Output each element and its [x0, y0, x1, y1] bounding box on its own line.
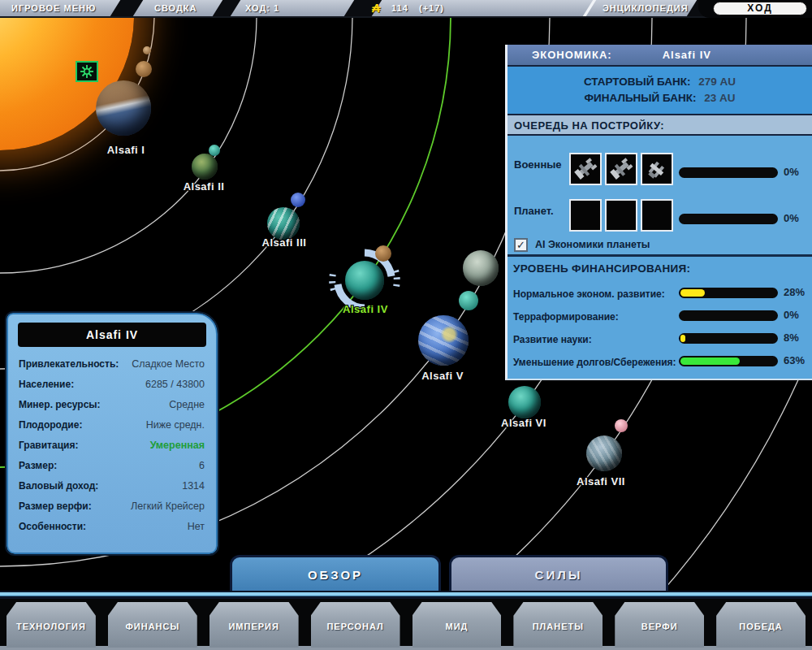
funding-economy-slider[interactable] — [679, 288, 778, 298]
economy-header: ЭКОНОМИКА: Alsafi IV — [508, 45, 812, 67]
bank-section: СТАРТОВЫЙ БАНК: 279 AU ФИНАЛЬНЫЙ БАНК: 2… — [508, 67, 812, 115]
ai-economy-checkbox[interactable]: ✓ — [514, 238, 528, 252]
planet-alsafi-v-companion[interactable] — [463, 250, 499, 286]
technology-button[interactable]: ТЕХНОЛОГИЯ — [6, 602, 96, 648]
shipyards-button[interactable]: ВЕРФИ — [615, 602, 704, 648]
moon-alsafi-vii-a[interactable] — [615, 419, 628, 432]
bottom-button-bar: ТЕХНОЛОГИЯ ФИНАНСЫ ИМПЕРИЯ ПЕРСОНАЛ МИД … — [0, 599, 812, 650]
funding-economy-percent: 28% — [784, 286, 805, 298]
final-bank-row: ФИНАЛЬНЫЙ БАНК: 23 AU — [508, 90, 812, 106]
planet-alsafi-v[interactable] — [418, 315, 469, 366]
ship-icon — [644, 156, 670, 182]
build-queue-section: Военные 0% Планет. — [508, 136, 812, 254]
info-row-minerals: Минер. ресурсы: Средне — [8, 394, 216, 414]
funds-delta: (+17) — [419, 0, 444, 16]
finance-button[interactable]: ФИНАНСЫ — [108, 602, 197, 648]
planetary-queue-progress[interactable] — [679, 214, 778, 224]
tab-forces[interactable]: СИЛЫ — [449, 555, 668, 592]
economy-title: ЭКОНОМИКА: — [532, 49, 612, 61]
planet-label-alsafi-vi: Alsafi VI — [501, 417, 546, 429]
ai-economy-label: AI Экономики планеты — [535, 239, 650, 250]
victory-button[interactable]: ПОБЕДА — [716, 602, 806, 648]
bottom-button-row: ТЕХНОЛОГИЯ ФИНАНСЫ ИМПЕРИЯ ПЕРСОНАЛ МИД … — [2, 602, 810, 648]
moon-alsafi-v-a[interactable] — [459, 291, 478, 310]
funding-science-label: Развитие науки: — [513, 334, 592, 345]
end-turn-button[interactable]: ХОД — [713, 2, 807, 15]
ship-icon — [608, 156, 634, 182]
planet-alsafi-vii[interactable] — [586, 436, 622, 471]
funding-science-percent: 8% — [784, 332, 799, 344]
military-queue-progress[interactable] — [679, 167, 778, 178]
economy-panel: ЭКОНОМИКА: Alsafi IV СТАРТОВЫЙ БАНК: 279… — [505, 45, 812, 380]
planetary-queue-label: Планет. — [514, 205, 554, 217]
planetary-queue-slot-2[interactable] — [605, 199, 637, 232]
funding-terraform-slider[interactable] — [679, 310, 778, 321]
planetary-queue-percent: 0% — [784, 212, 799, 224]
military-queue-slot-3[interactable] — [641, 153, 673, 185]
planet-label-alsafi-ii: Alsafi II — [184, 180, 225, 193]
funding-debt-label: Уменьшение долгов/Сбережения: — [513, 357, 676, 368]
info-row-gross-income: Валовый доход: 1314 — [8, 475, 216, 496]
info-row-size: Размер: 6 — [8, 455, 216, 475]
planet-label-alsafi-iv: Alsafi IV — [343, 303, 388, 315]
separator — [213, 0, 240, 16]
funding-debt-percent: 63% — [784, 354, 805, 366]
planetary-queue-slot-1[interactable] — [569, 199, 602, 232]
encyclopedia-button[interactable]: ЭНЦИКЛОПЕДИЯ — [603, 0, 689, 16]
planet-alsafi-ii[interactable] — [192, 154, 218, 180]
ship-icon — [572, 156, 598, 182]
planet-label-alsafi-vii: Alsafi VII — [577, 475, 625, 488]
moon-alsafi-iv-a[interactable] — [375, 245, 391, 262]
planet-alsafi-i[interactable] — [96, 80, 151, 136]
empire-button[interactable]: ИМПЕРИЯ — [209, 602, 299, 648]
funding-debt-slider[interactable] — [679, 356, 778, 366]
top-menu-bar: ИГРОВОЕ МЕНЮ СВОДКА ХОД: 1 ₳ 114 (+17) Э… — [0, 0, 812, 18]
planets-button[interactable]: ПЛАНЕТЫ — [513, 602, 603, 648]
funding-science-slider[interactable] — [679, 333, 778, 344]
planet-info-title: Alsafi IV — [18, 323, 206, 347]
info-row-shipyard-size: Размер верфи: Легкий Крейсер — [8, 496, 216, 516]
funding-header: УРОВЕНЬ ФИНАНСИРОВАНИЯ: — [513, 262, 690, 275]
moon-alsafi-iii-a[interactable] — [291, 193, 305, 207]
military-queue-percent: 0% — [784, 166, 799, 178]
planetary-queue-slot-3[interactable] — [641, 199, 673, 232]
planet-alsafi-iii[interactable] — [267, 207, 300, 240]
game-screen: Alsafi I Alsafi II Alsafi III Alsafi IV … — [0, 0, 812, 650]
funding-economy-label: Нормальное эконом. развитие: — [513, 288, 665, 300]
separator — [110, 0, 143, 16]
funds-value: 114 — [391, 0, 408, 16]
start-bank-row: СТАРТОВЫЙ БАНК: 279 AU — [508, 74, 812, 90]
foreign-office-button[interactable]: МИД — [412, 602, 502, 648]
fleet-marker-icon[interactable] — [76, 61, 98, 82]
summary-button[interactable]: СВОДКА — [154, 0, 197, 16]
moon-alsafi-ii-a[interactable] — [209, 145, 220, 156]
economy-planet-name: Alsafi IV — [663, 49, 711, 61]
funding-terraform-label: Терраформирование: — [513, 311, 619, 323]
tab-strip-divider — [0, 591, 812, 599]
end-turn-area: ХОД — [698, 0, 812, 18]
planet-label-alsafi-iii: Alsafi III — [262, 236, 307, 249]
info-row-population: Население: 6285 / 43800 — [8, 374, 216, 394]
tab-overview[interactable]: ОБЗОР — [230, 555, 441, 592]
planet-label-alsafi-v: Alsafi V — [421, 370, 464, 382]
moon-alsafi-i-a[interactable] — [136, 61, 152, 77]
info-row-gravity: Гравитация: Умеренная — [8, 435, 216, 455]
planet-label-alsafi-i: Alsafi I — [107, 144, 145, 156]
moon-alsafi-i-b[interactable] — [143, 46, 151, 54]
planet-alsafi-iv[interactable] — [345, 261, 384, 300]
planet-alsafi-vi[interactable] — [508, 386, 541, 418]
info-row-fertility: Плодородие: Ниже средн. — [8, 414, 216, 435]
info-row-attractiveness: Привлекательность: Сладкое Место — [8, 353, 216, 374]
separator — [583, 0, 596, 16]
build-queue-header: ОЧЕРЕДЬ НА ПОСТРОЙКУ: — [508, 115, 812, 136]
military-queue-label: Военные — [514, 158, 562, 171]
game-menu-button[interactable]: ИГРОВОЕ МЕНЮ — [11, 0, 96, 16]
funding-section: УРОВЕНЬ ФИНАНСИРОВАНИЯ: Нормальное эконо… — [508, 254, 812, 379]
starburst-icon — [80, 64, 94, 79]
info-row-specials: Особенности: Нет — [8, 516, 216, 536]
planet-info-panel: Alsafi IV Привлекательность: Сладкое Мес… — [6, 313, 218, 554]
turn-counter: ХОД: 1 — [245, 0, 279, 16]
personnel-button[interactable]: ПЕРСОНАЛ — [311, 602, 400, 648]
military-queue-slot-2[interactable] — [605, 153, 637, 185]
military-queue-slot-1[interactable] — [569, 153, 602, 185]
